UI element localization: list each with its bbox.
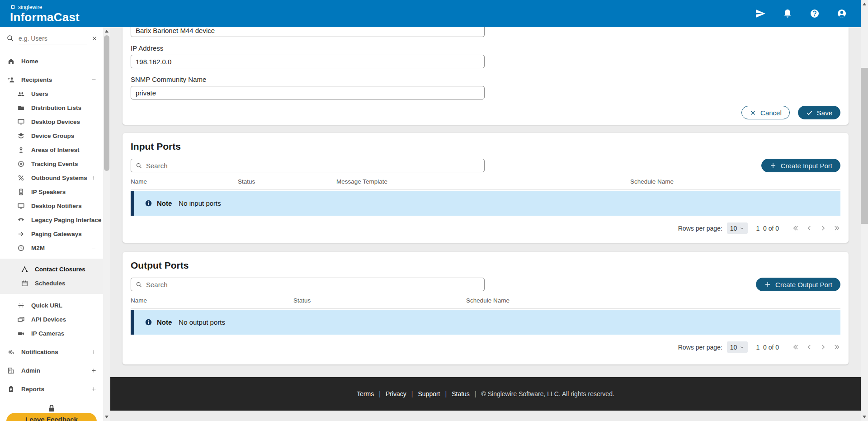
scroll-up-icon[interactable]	[863, 3, 866, 5]
device-name-input[interactable]	[131, 27, 485, 37]
column-schedule-name: Schedule Name	[466, 297, 840, 304]
sidebar-item-ip-cameras[interactable]: IP Cameras	[0, 326, 103, 341]
plus-icon[interactable]	[91, 386, 97, 392]
last-page-icon[interactable]	[833, 224, 840, 232]
scroll-down-icon[interactable]	[863, 416, 866, 418]
first-page-icon[interactable]	[792, 343, 800, 351]
rows-per-page-select[interactable]: 10	[727, 222, 748, 234]
singlewire-logo-icon	[10, 4, 16, 10]
prev-page-icon[interactable]	[806, 224, 813, 232]
sidebar-item-m2m[interactable]: M2M	[0, 241, 103, 255]
bell-icon[interactable]	[782, 8, 793, 19]
column-message-template: Message Template	[336, 178, 630, 185]
sidebar-scrollbar-thumb[interactable]	[104, 35, 109, 171]
sidebar-item-quick-url[interactable]: Quick URL	[0, 298, 103, 312]
check-icon	[806, 109, 813, 116]
brand: singlewire InformaCast	[10, 4, 80, 23]
column-schedule-name: Schedule Name	[630, 178, 840, 185]
rows-per-page-select[interactable]: 10	[727, 341, 748, 353]
sidebar-item-recipients[interactable]: Recipients	[0, 73, 103, 87]
close-icon[interactable]	[91, 35, 98, 42]
chevron-down-icon	[739, 345, 745, 350]
help-icon[interactable]	[809, 8, 820, 19]
last-page-icon[interactable]	[833, 343, 840, 351]
sidebar-item-admin[interactable]: Admin	[0, 364, 103, 378]
speaker-icon	[17, 188, 25, 196]
sidebar-item-desktop-notifiers[interactable]: Desktop Notifiers	[0, 199, 103, 213]
monitor-icon	[17, 118, 25, 126]
prev-page-icon[interactable]	[806, 343, 813, 351]
output-ports-table-header: Name Status Schedule Name	[131, 297, 840, 309]
plus-icon[interactable]	[91, 349, 97, 355]
account-icon[interactable]	[836, 8, 847, 19]
sidebar-item-reports[interactable]: Reports	[0, 382, 103, 396]
sidebar-item-home[interactable]: Home	[0, 54, 103, 68]
send-icon[interactable]	[755, 8, 766, 19]
scroll-up-icon[interactable]	[105, 30, 108, 33]
clock-icon	[17, 244, 25, 252]
cancel-button[interactable]: Cancel	[741, 106, 790, 119]
sidebar-item-desktop-devices[interactable]: Desktop Devices	[0, 115, 103, 129]
sidebar-item-contact-closures[interactable]: Contact Closures	[0, 262, 103, 276]
map-pin-icon	[17, 146, 25, 154]
create-output-port-button[interactable]: Create Output Port	[756, 278, 840, 291]
leave-feedback-button[interactable]: Leave Feedback	[6, 413, 97, 421]
ip-address-input[interactable]	[131, 55, 485, 68]
spark-icon	[17, 302, 25, 309]
output-ports-search-input[interactable]	[146, 281, 480, 289]
info-icon	[145, 318, 152, 326]
windows-icon	[17, 316, 25, 323]
input-ports-search-input[interactable]	[146, 162, 480, 170]
camera-icon	[17, 330, 25, 337]
rows-per-page-label: Rows per page:	[678, 344, 722, 351]
ip-address-label: IP Address	[131, 44, 840, 52]
sidebar-item-outbound-systems[interactable]: Outbound Systems	[0, 171, 103, 185]
minus-icon[interactable]	[91, 77, 97, 83]
scroll-down-icon[interactable]	[105, 416, 108, 418]
output-ports-title: Output Ports	[131, 260, 840, 271]
next-page-icon[interactable]	[819, 224, 827, 232]
sidebar-scrollbar[interactable]	[103, 27, 110, 421]
nav-section-main: Home Recipients Users Distribution Lists…	[0, 54, 103, 255]
sidebar-item-api-devices[interactable]: API Devices	[0, 312, 103, 326]
sidebar-item-legacy-paging-interface[interactable]: Legacy Paging Interface	[0, 213, 103, 227]
percent-icon	[17, 174, 25, 182]
sidebar-item-paging-gateways[interactable]: Paging Gateways	[0, 227, 103, 241]
sidebar-item-tracking-events[interactable]: Tracking Events	[0, 157, 103, 171]
plus-icon[interactable]	[91, 175, 97, 181]
sidebar-item-ip-speakers[interactable]: IP Speakers	[0, 185, 103, 199]
footer-link-terms[interactable]: Terms	[357, 390, 374, 397]
snmp-community-input[interactable]	[131, 86, 485, 99]
page-scrollbar[interactable]	[861, 0, 868, 421]
app-header: singlewire InformaCast	[0, 0, 861, 27]
save-button[interactable]: Save	[798, 106, 840, 119]
page-scrollbar-thumb[interactable]	[861, 68, 868, 224]
minus-icon[interactable]	[91, 245, 97, 251]
sidebar-item-distribution-lists[interactable]: Distribution Lists	[0, 101, 103, 115]
output-ports-search	[131, 278, 485, 291]
snmp-community-label: SNMP Community Name	[131, 76, 840, 83]
footer-link-status[interactable]: Status	[452, 390, 470, 397]
output-ports-card: Output Ports Create Output Port Name Sta…	[123, 252, 849, 364]
sidebar-item-device-groups[interactable]: Device Groups	[0, 129, 103, 143]
sidebar-item-schedules[interactable]: Schedules	[0, 276, 103, 290]
sidebar-search	[0, 27, 103, 50]
plus-icon	[764, 281, 771, 288]
next-page-icon[interactable]	[819, 343, 827, 351]
footer-link-privacy[interactable]: Privacy	[386, 390, 406, 397]
note-text: No input ports	[179, 199, 221, 207]
first-page-icon[interactable]	[792, 224, 800, 232]
sidebar-item-notifications[interactable]: Notifications	[0, 345, 103, 359]
sidebar-search-input[interactable]	[19, 33, 87, 44]
footer-link-support[interactable]: Support	[418, 390, 440, 397]
create-input-port-button[interactable]: Create Input Port	[761, 159, 840, 172]
search-icon	[6, 34, 14, 43]
page-footer: Terms | Privacy | Support | Status | © S…	[110, 377, 861, 411]
output-ports-note: Note No output ports	[131, 310, 840, 335]
sidebar-item-areas-of-interest[interactable]: Areas of Interest	[0, 143, 103, 157]
phone-icon	[17, 216, 25, 224]
sidebar-item-users[interactable]: Users	[0, 87, 103, 101]
chevron-down-icon	[739, 226, 745, 231]
lock-row	[0, 403, 103, 413]
plus-icon[interactable]	[91, 368, 97, 374]
